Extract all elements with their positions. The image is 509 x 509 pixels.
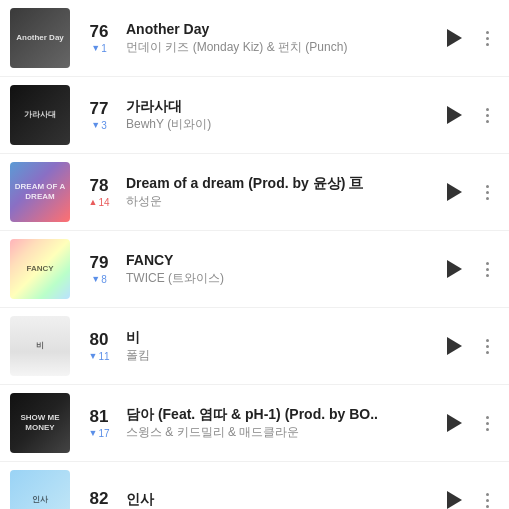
rank-section-76: 76 ▼1 [78,23,120,54]
track-list: Another Day 76 ▼1 Another Day 먼데이 키즈 (Mo… [0,0,509,509]
play-icon [447,337,462,355]
play-button[interactable] [439,177,469,207]
more-dot [486,339,489,342]
rank-section-77: 77 ▼3 [78,100,120,131]
track-info-82: 인사 [120,490,431,509]
track-info-81: 담아 (Feat. 염따 & pH-1) (Prod. by BO.. 스윙스 … [120,405,431,441]
track-item-80: 비 80 ▼11 비 폴킴 [0,308,509,385]
more-dot [486,345,489,348]
rank-section-80: 80 ▼11 [78,331,120,362]
album-art-81: SHOW ME MONEY [10,393,70,453]
play-button[interactable] [439,23,469,53]
track-actions-78 [439,177,499,207]
track-info-80: 비 폴킴 [120,328,431,364]
more-button[interactable] [475,103,499,127]
more-button[interactable] [475,180,499,204]
play-icon [447,491,462,509]
track-artist: 스윙스 & 키드밀리 & 매드클라운 [126,425,431,441]
more-button[interactable] [475,26,499,50]
more-dot [486,262,489,265]
rank-number: 77 [90,100,109,117]
album-art-78: DREAM OF A DREAM [10,162,70,222]
rank-change: ▼8 [91,274,106,285]
more-dot [486,43,489,46]
track-item-79: FANCY 79 ▼8 FANCY TWICE (트와이스) [0,231,509,308]
more-dot [486,351,489,354]
more-button[interactable] [475,257,499,281]
play-icon [447,414,462,432]
play-button[interactable] [439,485,469,509]
more-dot [486,31,489,34]
track-actions-77 [439,100,499,130]
rank-change: ▼11 [88,351,109,362]
track-item-76: Another Day 76 ▼1 Another Day 먼데이 키즈 (Mo… [0,0,509,77]
rank-change: ▼1 [91,43,106,54]
more-dot [486,428,489,431]
track-artist: 폴킴 [126,348,431,364]
track-info-79: FANCY TWICE (트와이스) [120,251,431,287]
rank-number: 78 [90,177,109,194]
more-button[interactable] [475,334,499,358]
album-art-82: 인사 [10,470,70,509]
play-icon [447,183,462,201]
track-item-81: SHOW ME MONEY 81 ▼17 담아 (Feat. 염따 & pH-1… [0,385,509,462]
track-title: Another Day [126,20,431,38]
track-title: Dream of a dream (Prod. by 윤상) 亘 [126,174,431,192]
track-item-77: 가라사대 77 ▼3 가라사대 BewhY (비와이) [0,77,509,154]
more-dot [486,108,489,111]
more-button[interactable] [475,411,499,435]
track-title: 담아 (Feat. 염따 & pH-1) (Prod. by BO.. [126,405,431,423]
album-art-77: 가라사대 [10,85,70,145]
track-artist: 먼데이 키즈 (Monday Kiz) & 펀치 (Punch) [126,40,431,56]
rank-section-81: 81 ▼17 [78,408,120,439]
more-dot [486,422,489,425]
more-dot [486,416,489,419]
play-icon [447,29,462,47]
more-dot [486,197,489,200]
track-item-82: 인사 82 인사 [0,462,509,509]
track-info-78: Dream of a dream (Prod. by 윤상) 亘 하성운 [120,174,431,210]
track-actions-82 [439,485,499,509]
album-art-80: 비 [10,316,70,376]
play-icon [447,106,462,124]
rank-change: ▼3 [91,120,106,131]
rank-section-78: 78 ▲14 [78,177,120,208]
track-info-77: 가라사대 BewhY (비와이) [120,97,431,133]
more-dot [486,185,489,188]
track-actions-79 [439,254,499,284]
track-title: 비 [126,328,431,346]
rank-number: 82 [90,490,109,507]
play-button[interactable] [439,408,469,438]
play-button[interactable] [439,331,469,361]
track-artist: BewhY (비와이) [126,117,431,133]
more-dot [486,268,489,271]
rank-number: 80 [90,331,109,348]
track-actions-81 [439,408,499,438]
rank-change: ▼17 [88,428,109,439]
rank-number: 76 [90,23,109,40]
rank-number: 81 [90,408,109,425]
play-button[interactable] [439,100,469,130]
track-item-78: DREAM OF A DREAM 78 ▲14 Dream of a dream… [0,154,509,231]
track-info-76: Another Day 먼데이 키즈 (Monday Kiz) & 펀치 (Pu… [120,20,431,56]
more-dot [486,274,489,277]
rank-section-79: 79 ▼8 [78,254,120,285]
album-art-76: Another Day [10,8,70,68]
more-button[interactable] [475,488,499,509]
more-dot [486,493,489,496]
track-title: 인사 [126,490,431,508]
more-dot [486,499,489,502]
rank-number: 79 [90,254,109,271]
more-dot [486,114,489,117]
more-dot [486,505,489,508]
more-dot [486,191,489,194]
more-dot [486,37,489,40]
track-actions-80 [439,331,499,361]
rank-section-82: 82 [78,490,120,509]
play-icon [447,260,462,278]
track-title: 가라사대 [126,97,431,115]
album-art-79: FANCY [10,239,70,299]
track-artist: TWICE (트와이스) [126,271,431,287]
track-actions-76 [439,23,499,53]
play-button[interactable] [439,254,469,284]
